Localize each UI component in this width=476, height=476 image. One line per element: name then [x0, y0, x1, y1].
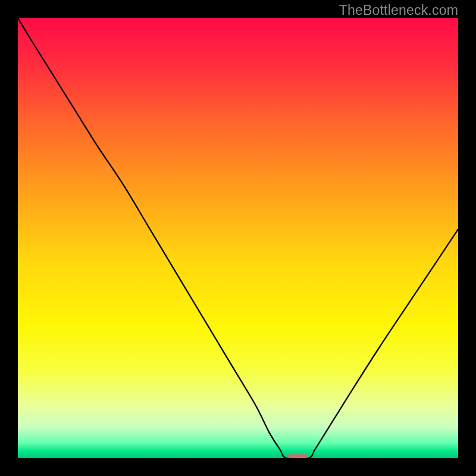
watermark-text: TheBottleneck.com: [339, 2, 458, 18]
svg-rect-0: [286, 455, 308, 459]
chart-frame: TheBottleneck.com: [0, 0, 476, 476]
chart-background: [18, 18, 458, 458]
plot-area: [18, 18, 458, 458]
chart-svg: [18, 18, 458, 458]
result-marker: [286, 455, 308, 459]
